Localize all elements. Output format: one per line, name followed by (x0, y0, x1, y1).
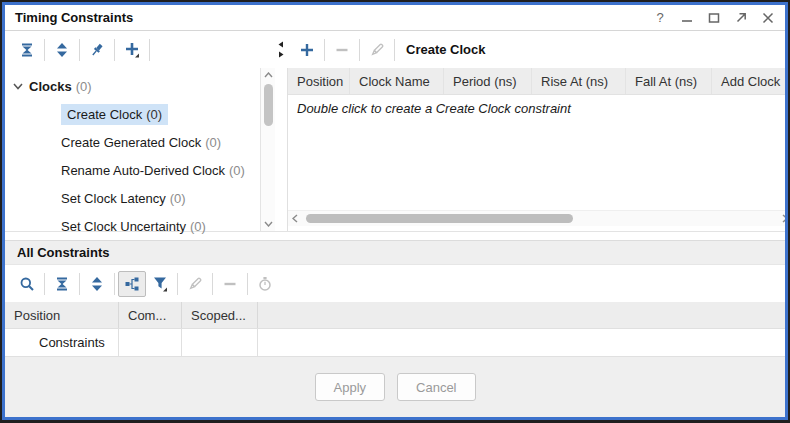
column-header[interactable]: Fall At (ns) (626, 68, 712, 94)
tree-item-label: Clocks (29, 79, 72, 94)
toolbar-separator (149, 39, 150, 61)
toolbar-row: Create Clock (5, 31, 785, 68)
create-clock-table-header: Position Clock Name Period (ns) Rise At … (288, 68, 788, 95)
table-row[interactable]: Constraints (5, 329, 785, 357)
empty-table-message[interactable]: Double click to create a Create Clock co… (288, 95, 788, 121)
tree-item-count: (0) (229, 163, 245, 178)
all-constraints-toolbar (5, 265, 785, 302)
column-header[interactable]: Clock Name (350, 68, 444, 94)
help-icon[interactable]: ? (653, 11, 667, 25)
tree-item-count: (0) (146, 107, 162, 122)
constraint-tree: Clocks (0) Create Clock (0) Create Gener… (5, 68, 275, 231)
table-cell[interactable] (119, 329, 182, 356)
tree-item-create-clock[interactable]: Create Clock (0) (5, 100, 275, 128)
tree-item-count: (0) (205, 135, 221, 150)
column-header[interactable]: Period (ns) (444, 68, 532, 94)
toolbar-separator (114, 273, 115, 295)
tree-item-rename-auto-derived-clock[interactable]: Rename Auto-Derived Clock (0) (5, 156, 275, 184)
close-icon[interactable] (761, 11, 775, 25)
edit-pencil-icon[interactable] (363, 37, 391, 63)
column-header[interactable]: Rise At (ns) (532, 68, 626, 94)
scroll-up-icon[interactable] (261, 68, 275, 82)
remove-row-icon[interactable] (328, 37, 356, 63)
pin-icon[interactable] (83, 37, 111, 63)
toolbar-separator (359, 39, 360, 61)
column-header[interactable]: Position (288, 68, 350, 94)
create-clock-toolbar: Create Clock (287, 31, 785, 68)
main-panels: Clocks (0) Create Clock (0) Create Gener… (5, 68, 785, 232)
collapse-all-icon[interactable] (13, 37, 41, 63)
window-frame: Timing Constraints ? (2, 2, 788, 420)
tree-item-clocks[interactable]: Clocks (0) (5, 72, 275, 100)
all-constraints-title: All Constraints (17, 245, 109, 260)
add-constraint-icon[interactable] (118, 37, 146, 63)
tree-item-label: Rename Auto-Derived Clock (61, 163, 225, 178)
column-header[interactable]: Com... (119, 302, 182, 328)
column-header[interactable]: Position (5, 302, 119, 328)
window-controls: ? (653, 11, 775, 25)
tree-toolbar (5, 31, 275, 68)
tree-item-set-clock-uncertainty[interactable]: Set Clock Uncertainty (0) (5, 212, 275, 240)
splitter-left-arrow-icon (278, 41, 284, 48)
constraints-row-label[interactable]: Constraints (5, 329, 119, 356)
window-title: Timing Constraints (15, 10, 133, 25)
toolbar-separator (247, 273, 248, 295)
edit-pencil-icon[interactable] (181, 271, 209, 297)
add-row-icon[interactable] (293, 37, 321, 63)
minimize-icon[interactable] (680, 11, 694, 25)
tree-item-label: Set Clock Latency (61, 191, 166, 206)
chevron-down-icon (13, 83, 23, 90)
titlebar: Timing Constraints ? (5, 5, 785, 31)
collapse-all-icon[interactable] (48, 271, 76, 297)
tree-item-label: Create Clock (61, 107, 142, 122)
splitter-right-arrow-icon (278, 51, 284, 58)
toolbar-separator (324, 39, 325, 61)
all-constraints-header: All Constraints (5, 240, 785, 265)
toolbar-separator (79, 273, 80, 295)
scrollbar-thumb[interactable] (306, 214, 573, 223)
footer-bar: Apply Cancel (5, 357, 785, 417)
float-icon[interactable] (734, 11, 748, 25)
scroll-left-icon[interactable] (288, 212, 302, 226)
toolbar-separator (177, 273, 178, 295)
pane-gap (275, 68, 287, 231)
toolbar-separator (79, 39, 80, 61)
scroll-right-icon[interactable] (778, 212, 788, 226)
toolbar-separator (114, 39, 115, 61)
toolbar-separator (212, 273, 213, 295)
column-header[interactable]: Add Clock (712, 68, 788, 94)
search-icon[interactable] (13, 271, 41, 297)
expand-all-icon[interactable] (48, 37, 76, 63)
toolbar-separator (44, 273, 45, 295)
right-panel-title: Create Clock (406, 42, 485, 57)
toolbar-separator (394, 39, 395, 61)
column-header[interactable]: Scoped... (182, 302, 258, 328)
group-by-hierarchy-icon[interactable] (118, 271, 146, 297)
tree-item-count: (0) (76, 79, 92, 94)
timing-constraints-window: Timing Constraints ? (0, 0, 790, 423)
tree-vertical-scrollbar[interactable] (260, 68, 275, 231)
scrollbar-thumb[interactable] (264, 84, 273, 126)
tree-item-label: Set Clock Uncertainty (61, 219, 186, 234)
table-horizontal-scrollbar[interactable] (288, 210, 788, 226)
filter-icon[interactable] (146, 271, 174, 297)
tree-item-count: (0) (190, 219, 206, 234)
remove-constraint-icon[interactable] (216, 271, 244, 297)
apply-button[interactable]: Apply (315, 373, 386, 401)
tree-item-set-clock-latency[interactable]: Set Clock Latency (0) (5, 184, 275, 212)
tree-item-count: (0) (170, 191, 186, 206)
create-clock-table: Position Clock Name Period (ns) Rise At … (287, 68, 788, 231)
tree-item-label: Create Generated Clock (61, 135, 201, 150)
maximize-icon[interactable] (707, 11, 721, 25)
expand-all-icon[interactable] (83, 271, 111, 297)
table-cell[interactable] (182, 329, 258, 356)
toolbar-separator (44, 39, 45, 61)
tree-item-create-generated-clock[interactable]: Create Generated Clock (0) (5, 128, 275, 156)
all-constraints-table-header: Position Com... Scoped... (5, 302, 785, 329)
cancel-button[interactable]: Cancel (397, 373, 475, 401)
timer-icon[interactable] (251, 271, 279, 297)
scroll-down-icon[interactable] (261, 217, 275, 231)
panel-splitter[interactable] (275, 31, 287, 68)
